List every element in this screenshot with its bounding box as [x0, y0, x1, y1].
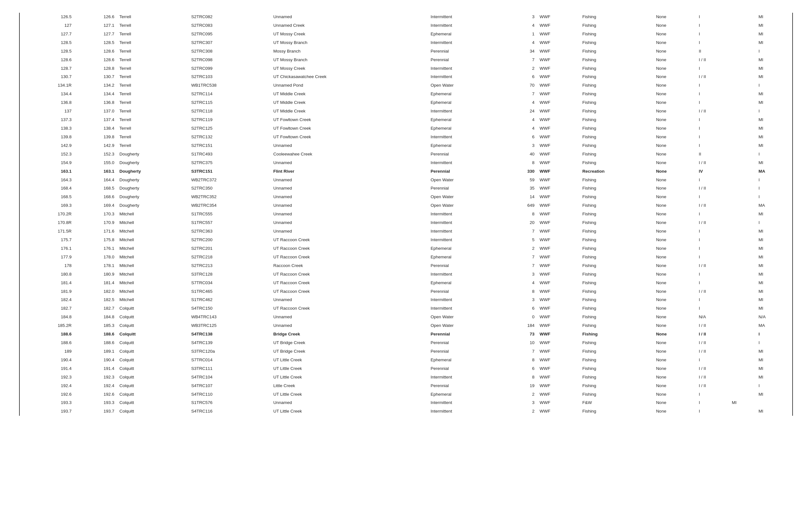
cell-col5: Unnamed — [271, 141, 428, 150]
cell-col2: 155.0 — [74, 159, 117, 167]
cell-col5: Little Creek — [271, 382, 428, 390]
cell-col12 — [729, 116, 756, 124]
cell-col3: Colquitt — [117, 356, 189, 365]
table-row: 128.5128.6TerrellS2TRC308Mossy BranchPer… — [23, 47, 789, 56]
cell-col7: 3 — [504, 270, 537, 279]
cell-col10: None — [653, 184, 696, 193]
cell-col2: 126.6 — [74, 13, 117, 22]
cell-col3: Colquitt — [117, 313, 189, 322]
cell-col11: I — [696, 90, 729, 98]
cell-col3: Terrell — [117, 30, 189, 39]
cell-col12: MI — [729, 399, 756, 407]
cell-col1: 170.2R — [23, 210, 74, 218]
cell-col11: I — [696, 176, 729, 184]
cell-col3: Mitchell — [117, 261, 189, 270]
cell-col13: I — [756, 176, 789, 184]
cell-col2: 176.1 — [74, 244, 117, 253]
cell-col4: S1TRC462 — [189, 296, 271, 304]
cell-col2: 163.1 — [74, 167, 117, 176]
cell-col13: MI — [756, 98, 789, 107]
table-row: 126.5126.6TerrellS2TRC082UnnamedIntermit… — [23, 13, 789, 22]
cell-col4: S1TRC576 — [189, 399, 271, 407]
cell-col8: WWF — [537, 399, 580, 407]
cell-col9: Fishing — [580, 39, 653, 47]
cell-col12 — [729, 322, 756, 330]
cell-col9: Fishing — [580, 390, 653, 399]
cell-col6: Intermittent — [428, 407, 504, 416]
cell-col6: Ephemeral — [428, 30, 504, 39]
cell-col11: I / II — [696, 261, 729, 270]
cell-col5: UT Fowltown Creek — [271, 133, 428, 141]
cell-col3: Terrell — [117, 22, 189, 30]
cell-col5: Unnamed — [271, 322, 428, 330]
cell-col6: Intermittent — [428, 13, 504, 22]
table-row: 189189.1ColquittS3TRC120aUT Bridge Creek… — [23, 347, 789, 356]
cell-col5: UT Raccoon Creek — [271, 244, 428, 253]
cell-col11: I — [696, 22, 729, 30]
cell-col6: Intermittent — [428, 39, 504, 47]
cell-col6: Intermittent — [428, 236, 504, 244]
cell-col6: Intermittent — [428, 399, 504, 407]
cell-col13: MA — [756, 322, 789, 330]
table-row: 137.3137.4TerrellS2TRC119UT Fowltown Cre… — [23, 116, 789, 124]
table-row: 192.3192.3ColquittS4TRC104UT Little Cree… — [23, 373, 789, 382]
cell-col8: WWF — [537, 382, 580, 390]
cell-col10: None — [653, 56, 696, 65]
cell-col4: S4TRC104 — [189, 373, 271, 382]
cell-col1: 168.5 — [23, 193, 74, 201]
cell-col8: WWF — [537, 236, 580, 244]
cell-col5: UT Middle Creek — [271, 90, 428, 98]
table-row: 181.9182.0MitchellS1TRC465UT Raccoon Cre… — [23, 287, 789, 296]
cell-col3: Colquitt — [117, 304, 189, 313]
cell-col4: S2TRC118 — [189, 107, 271, 116]
cell-col9: Fishing — [580, 253, 653, 261]
cell-col6: Perennial — [428, 261, 504, 270]
cell-col12 — [729, 150, 756, 159]
cell-col13: I — [756, 81, 789, 90]
cell-col8: WWF — [537, 30, 580, 39]
cell-col9: Fishing — [580, 244, 653, 253]
cell-col13: MI — [756, 356, 789, 365]
cell-col11: I — [696, 279, 729, 287]
cell-col2: 136.8 — [74, 98, 117, 107]
cell-col8: WWF — [537, 13, 580, 22]
cell-col12 — [729, 218, 756, 227]
cell-col12 — [729, 141, 756, 150]
cell-col6: Ephemeral — [428, 124, 504, 133]
cell-col13: I — [756, 382, 789, 390]
cell-col1: 176.1 — [23, 244, 74, 253]
cell-col10: None — [653, 65, 696, 73]
cell-col11: I — [696, 116, 729, 124]
table-row: 139.8139.8TerrellS2TRC132UT Fowltown Cre… — [23, 133, 789, 141]
cell-col10: None — [653, 30, 696, 39]
cell-col11: I / II — [696, 287, 729, 296]
cell-col10: None — [653, 167, 696, 176]
cell-col9: Fishing — [580, 356, 653, 365]
cell-col9: Fishing — [580, 227, 653, 236]
cell-col1: 182.4 — [23, 296, 74, 304]
table-row: 188.6188.6ColquittS4TRC138Bridge CreekPe… — [23, 330, 789, 339]
cell-col12 — [729, 124, 756, 133]
cell-col6: Open Water — [428, 81, 504, 90]
cell-col5: Unnamed — [271, 313, 428, 322]
cell-col10: None — [653, 124, 696, 133]
cell-col6: Ephemeral — [428, 279, 504, 287]
cell-col2: 185.3 — [74, 322, 117, 330]
cell-col5: UT Raccoon Creek — [271, 253, 428, 261]
cell-col13: MI — [756, 22, 789, 30]
cell-col11: I / II — [696, 159, 729, 167]
cell-col9: Fishing — [580, 107, 653, 116]
table-row: 152.3152.3DoughertyS1TRC493Cooleewahee C… — [23, 150, 789, 159]
cell-col8: WWF — [537, 279, 580, 287]
cell-col7: 59 — [504, 176, 537, 184]
table-row: 168.5168.6DoughertyWB2TRC352UnnamedOpen … — [23, 193, 789, 201]
cell-col5: Unnamed — [271, 184, 428, 193]
table-row: 128.7128.8TerrellS2TRC099UT Mossy CreekI… — [23, 65, 789, 73]
cell-col10: None — [653, 39, 696, 47]
cell-col13: I — [756, 339, 789, 347]
cell-col11: IV — [696, 167, 729, 176]
cell-col13: I — [756, 47, 789, 56]
cell-col5: Bridge Creek — [271, 330, 428, 339]
table-row: 134.1R134.2TerrellWB1TRC538Unnamed PondO… — [23, 81, 789, 90]
cell-col9: Fishing — [580, 90, 653, 98]
